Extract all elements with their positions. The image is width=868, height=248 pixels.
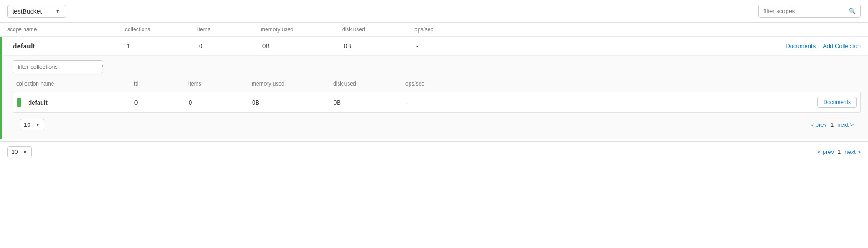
collection-documents-button[interactable]: Documents xyxy=(817,97,857,108)
outer-next-link[interactable]: next > xyxy=(844,148,861,155)
outer-prev-link[interactable]: < prev xyxy=(817,148,834,155)
table-row: _default 0 0 0B 0B - Documents xyxy=(13,92,861,113)
filter-collections-wrapper: 🔍 xyxy=(13,60,103,73)
inner-next-link[interactable]: next > xyxy=(837,121,854,128)
outer-page-size-wrapper: 10 25 50 100 ▾ xyxy=(7,146,27,157)
collection-memory-used: 0B xyxy=(252,99,334,106)
scopes-table-header: scope name collections items memory used… xyxy=(0,23,868,37)
filter-scopes-wrapper: 🔍 xyxy=(758,5,861,18)
col-disk-used: disk used xyxy=(342,26,415,33)
collections-section: 🔍 collection name ttl items memory used … xyxy=(2,56,868,139)
col-items: items xyxy=(188,81,252,87)
collection-name: _default xyxy=(25,99,48,106)
col-ops-sec: ops/sec xyxy=(405,81,478,87)
collection-items: 0 xyxy=(189,99,252,106)
outer-page-controls: < prev 1 next > xyxy=(817,148,861,155)
inner-page-number: 1 xyxy=(830,121,834,128)
col-ops-sec: ops/sec xyxy=(415,26,487,33)
col-actions xyxy=(487,26,861,33)
outer-page-number: 1 xyxy=(838,148,841,155)
inner-page-size-select[interactable]: 10 25 50 100 xyxy=(20,119,44,130)
collection-color-bar xyxy=(17,98,21,107)
inner-page-size-wrapper: 10 25 50 100 ▾ xyxy=(20,119,39,130)
scope-ops-sec: - xyxy=(416,43,489,49)
outer-page-size-select[interactable]: 10 25 50 100 xyxy=(7,146,32,157)
bucket-select-wrapper: testBucket ▾ xyxy=(7,5,59,18)
scope-name: _default xyxy=(9,42,127,50)
col-scope-name: scope name xyxy=(7,26,125,33)
search-icon: 🔍 xyxy=(98,61,103,73)
bucket-select[interactable]: testBucket xyxy=(7,5,66,18)
col-memory-used: memory used xyxy=(261,26,342,33)
col-items: items xyxy=(197,26,261,33)
col-collections: collections xyxy=(125,26,197,33)
scope-collections: 1 xyxy=(127,43,199,49)
scope-items: 0 xyxy=(199,43,262,49)
col-actions xyxy=(478,81,857,87)
scope-main-row: _default 1 0 0B 0B - Documents Add Colle… xyxy=(2,37,868,56)
collection-ops-sec: - xyxy=(406,99,478,106)
outer-pagination: 10 25 50 100 ▾ < prev 1 next > xyxy=(0,141,868,162)
col-memory-used: memory used xyxy=(252,81,333,87)
inner-pagination: 10 25 50 100 ▾ < prev 1 next > xyxy=(13,114,861,135)
col-disk-used: disk used xyxy=(333,81,405,87)
collection-actions: Documents xyxy=(478,97,857,108)
col-collection-name: collection name xyxy=(16,81,134,87)
inner-prev-link[interactable]: < prev xyxy=(810,121,827,128)
top-bar: testBucket ▾ 🔍 xyxy=(0,0,868,23)
collection-disk-used: 0B xyxy=(334,99,406,106)
search-icon: 🔍 xyxy=(844,5,860,17)
add-collection-button[interactable]: Add Collection xyxy=(823,43,861,49)
collection-ttl: 0 xyxy=(134,99,189,106)
scope-documents-link[interactable]: Documents xyxy=(786,43,816,49)
filter-scopes-input[interactable] xyxy=(759,5,844,17)
scope-memory-used: 0B xyxy=(262,43,344,49)
inner-page-controls: < prev 1 next > xyxy=(810,121,854,128)
scope-row-default: _default 1 0 0B 0B - Documents Add Colle… xyxy=(0,37,868,139)
collections-header: collection name ttl items memory used di… xyxy=(13,78,861,90)
scope-actions: Documents Add Collection xyxy=(489,43,861,49)
collection-name-cell: _default xyxy=(17,98,134,107)
filter-collections-input[interactable] xyxy=(13,61,98,73)
col-ttl: ttl xyxy=(134,81,188,87)
scope-disk-used: 0B xyxy=(344,43,416,49)
